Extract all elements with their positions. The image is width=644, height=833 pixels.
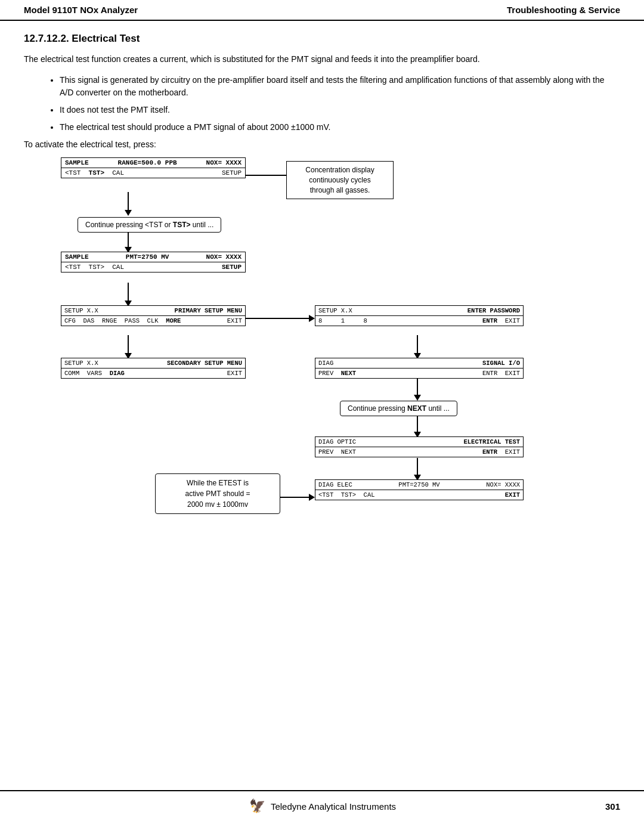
secondary-menu-line2: COMM VARS DIAG EXIT [61,368,245,378]
signal-io-line2: PREV NEXT ENTR EXIT [315,368,523,378]
primary-menu-line2: CFG DAS RNGE PASS CLK MORE EXIT [61,316,245,326]
primary-menu: SETUP X.X PRIMARY SETUP MENU CFG DAS RNG… [61,305,246,326]
screen2-line1: SAMPLE PMT=2750 MV NOX= XXXX [61,252,245,262]
secondary-menu: SETUP X.X SECONDARY SETUP MENU COMM VARS… [61,358,246,379]
elec-test-line2: PREV NEXT ENTR EXIT [315,447,523,457]
svg-marker-22 [309,494,315,501]
intro-paragraph: The electrical test function creates a c… [24,53,620,66]
bullet-list: This signal is generated by circuitry on… [60,74,620,134]
svg-text:🦅: 🦅 [249,798,266,814]
screen1: SAMPLE RANGE=500.0 PPB NOX= XXXX <TST TS… [61,157,246,178]
main-content: 12.7.12.2. Electrical Test The electrica… [0,33,644,563]
continue-tst-box: Continue pressing <TST or TST> until ... [78,217,221,233]
svg-marker-10 [309,315,315,322]
activate-text: To activate the electrical test, press: [24,140,620,149]
electrical-test-screen: DIAG OPTIC ELECTRICAL TEST PREV NEXT ENT… [315,436,524,457]
header-left: Model 9110T NOx Analyzer [24,5,138,15]
section-title: 12.7.12.2. Electrical Test [24,33,620,45]
continue-next-box: Continue pressing NEXT until ... [340,401,457,416]
elec-test-line1: DIAG OPTIC ELECTRICAL TEST [315,437,523,447]
bullet-2: It does not test the PMT itself. [60,104,620,116]
secondary-menu-line1: SETUP X.X SECONDARY SETUP MENU [61,358,245,368]
diag-elec-line1: DIAG ELEC PMT=2750 MV NOX= XXXX [315,480,523,490]
screen2: SAMPLE PMT=2750 MV NOX= XXXX <TST TST> C… [61,252,246,272]
password-screen: SETUP X.X ENTER PASSWORD 8 1 8 ENTR EXIT [315,305,524,326]
signal-io-screen: DIAG SIGNAL I/O PREV NEXT ENTR EXIT [315,358,524,379]
svg-marker-16 [414,395,421,401]
password-line2: 8 1 8 ENTR EXIT [315,316,523,326]
header-right: Troubleshooting & Service [507,5,620,15]
footer-company: Teledyne Analytical Instruments [271,801,396,812]
etest-note: While the ETEST isactive PMT should =200… [155,473,280,514]
concentration-note: Concentration display continuously cycle… [286,161,394,199]
svg-marker-1 [125,210,132,216]
diagram: SAMPLE RANGE=500.0 PPB NOX= XXXX <TST TS… [24,157,620,563]
page-header: Model 9110T NOx Analyzer Troubleshooting… [0,0,644,21]
logo-icon: 🦅 [248,797,266,815]
primary-menu-line1: SETUP X.X PRIMARY SETUP MENU [61,306,245,316]
screen1-line2: <TST TST> CAL SETUP [61,168,245,178]
diag-elec-line2: <TST TST> CAL EXIT [315,490,523,500]
page: Model 9110T NOx Analyzer Troubleshooting… [0,0,644,833]
bullet-1: This signal is generated by circuitry on… [60,74,620,99]
screen2-line2: <TST TST> CAL SETUP [61,262,245,272]
bullet-3: The electrical test should produce a PMT… [60,121,620,134]
signal-io-line1: DIAG SIGNAL I/O [315,358,523,368]
footer-page-number: 301 [605,801,620,812]
password-line1: SETUP X.X ENTER PASSWORD [315,306,523,316]
diag-elec-screen: DIAG ELEC PMT=2750 MV NOX= XXXX <TST TST… [315,479,524,500]
page-footer: 🦅 Teledyne Analytical Instruments 301 [0,790,644,821]
screen1-line1: SAMPLE RANGE=500.0 PPB NOX= XXXX [61,158,245,168]
footer-logo: 🦅 Teledyne Analytical Instruments [248,797,396,815]
